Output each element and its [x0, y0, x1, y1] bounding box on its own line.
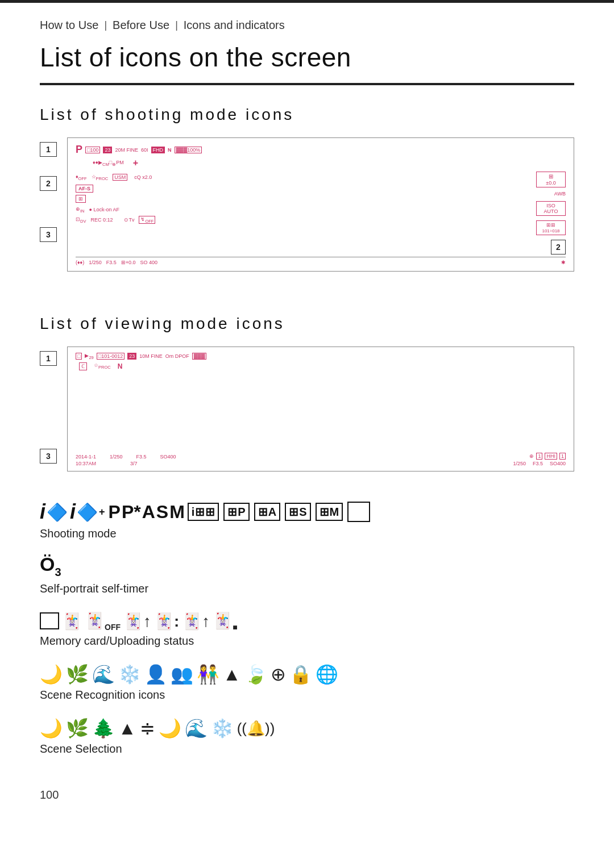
view-row-label-1: 1 — [40, 351, 57, 366]
sd-row1: P □100 23 20M FINE 60I FHD N ▓▓▓100% — [76, 144, 566, 156]
icon-item-memory: 🃏 🃏OFF 🃏↑ 🃏: 🃏↑ 🃏■ Memory card/Uploading… — [40, 611, 574, 648]
mem-card-up: 🃏↑ — [123, 612, 151, 631]
shooting-diagram-wrapper: 1 2 3 P □100 23 20M FINE 60I FHD N ▓▓▓10… — [40, 137, 574, 272]
vd-time-row: 10:37AM 3/7 — [76, 461, 176, 466]
sr-people: 👥 — [171, 663, 193, 685]
vd-icons-row: ⊕ 1 HHI 1 — [513, 453, 566, 460]
sr-tree: 🌿 — [66, 663, 89, 685]
vd-shutter: 1/250 — [513, 461, 526, 466]
mode-box-p: ⊞P — [223, 503, 249, 521]
vd-hhi: HHI — [545, 453, 557, 460]
vd-date-row: 2014-1-1 1/250 F3.5 SO400 — [76, 454, 176, 460]
breadcrumb: How to Use | Before Use | Icons and indi… — [0, 3, 614, 37]
zoom-level: cQ x2.0 — [134, 174, 152, 180]
icon-item-shooting-mode: i🔷 i🔷+ P P* A S M i⊞⊞ ⊞P ⊞A ⊞S ⊞M Shooti… — [40, 500, 574, 595]
vd-iso3: SO400 — [160, 454, 176, 460]
self-timer-label: Self-portrait self-timer — [40, 582, 574, 595]
mem-card-up2: 🃏↑ — [182, 612, 210, 631]
icon-item-scene-selection: 🌙 🌿 🌲 ▲ ≑ 🌙 🌊 ❄️ ((🔔)) Scene Selection — [40, 717, 574, 756]
scene-recognition-label: Scene Recognition icons — [40, 688, 574, 702]
ss-water: 🌊 — [185, 717, 208, 739]
i-icon2: i — [70, 500, 76, 524]
face-detect: ⊕IN — [76, 206, 85, 214]
vd-time: 10:37AM — [76, 461, 96, 466]
rec-time: REC 0:12 — [90, 217, 113, 223]
vd-bottom-right: ⊕ 1 HHI 1 1/250 F3.5 SO400 — [513, 453, 566, 466]
viewing-diagram: □ ▶29 □101-0012 23 10M FINE Om DPOF ▓▓▓ … — [67, 347, 574, 471]
timer-symbol: Ö — [40, 553, 55, 575]
breadcrumb-item-2[interactable]: Before Use — [113, 19, 169, 32]
scene-selection-icons: 🌙 🌿 🌲 ▲ ≑ 🌙 🌊 ❄️ ((🔔)) — [40, 717, 574, 739]
breadcrumb-sep-1: | — [104, 19, 107, 31]
mem-card1: 🃏 — [62, 612, 82, 631]
sr-lock: 🔒 — [289, 663, 312, 685]
sd-row3: ♦OFF ☆PROC USM cQ x2.0 — [76, 174, 155, 181]
row-label-2: 2 — [40, 176, 57, 191]
ss-snow2: ❄️ — [211, 717, 234, 739]
sr-globe: 🌐 — [316, 663, 338, 685]
vd-play-29: ▶29 — [85, 353, 93, 360]
sr-people2: 👫 — [197, 663, 219, 685]
battery-box: ▓▓▓100% — [175, 147, 202, 153]
awb-label: AWB — [554, 191, 566, 197]
vd-n-icon: N — [118, 362, 123, 370]
vd-color-icon: ☆PROC — [94, 362, 111, 370]
vd-single-box: □ — [76, 353, 82, 360]
vd-aperture3: F3.5 — [136, 454, 147, 460]
ss-triangle: ▲ — [118, 718, 136, 739]
usm-box: USM — [113, 174, 127, 181]
icons-list: i🔷 i🔷+ P P* A S M i⊞⊞ ⊞P ⊞A ⊞S ⊞M Shooti… — [0, 494, 614, 777]
sr-mountain: ▲ — [223, 664, 241, 685]
right-label-2: 2 — [551, 240, 566, 254]
vd-hdr2: 23 — [127, 353, 136, 360]
p-mode: P — [109, 502, 121, 523]
sr-moon: 🌙 — [40, 663, 63, 685]
plus-icon: + — [133, 158, 138, 168]
fps-icon: 60I — [141, 147, 148, 153]
movie-icon: ⊡DV — [76, 216, 86, 224]
ss-portrait: 🌙 — [40, 717, 63, 739]
vd-row2: ℂ ☆PROC N — [76, 362, 566, 370]
focus-lock: ✱ — [561, 260, 566, 265]
view-row-label-3: 3 — [40, 449, 57, 464]
sd-right-col: ⊞±0.0 AWB ISOAUTO ⊞⊞101÷018 2 — [530, 172, 566, 254]
sd-row-tracking: ⊕IN ● Lock-on AF — [76, 206, 155, 214]
vd-iso2: SO400 — [550, 461, 566, 466]
viewing-section-title: List of viewing mode icons — [0, 294, 614, 347]
p-star-mode: P* — [122, 502, 141, 523]
vd-shutter2: 1/250 — [110, 454, 123, 460]
sd-row-af: AF-S — [76, 185, 155, 193]
exp-comp-box: ⊞±0.0 — [536, 172, 566, 187]
a-mode: A — [142, 502, 155, 523]
row-label-1: 1 — [40, 142, 57, 157]
shooting-diagram: P □100 23 20M FINE 60I FHD N ▓▓▓100% ♦●▶… — [67, 137, 574, 272]
mode-box-m: ⊞M — [316, 503, 343, 521]
vd-page-count: 3/7 — [130, 461, 138, 466]
mem-card-colon: 🃏: — [154, 612, 179, 631]
row-label-3: 3 — [40, 227, 57, 242]
self-timer-icon: Ö3 — [40, 552, 574, 579]
sr-snow: ❄️ — [118, 663, 141, 685]
vd-aperture2: F3.5 — [533, 461, 543, 466]
shooting-mode-icons: i🔷 i🔷+ P P* A S M i⊞⊞ ⊞P ⊞A ⊞S ⊞M — [40, 500, 574, 524]
sd-bottom: (♦♦) 1/250 F3.5 ⊞+0.0 SO 400 ✱ — [76, 257, 566, 265]
mode-box-blank — [347, 502, 370, 522]
iso-box: ISOAUTO — [536, 201, 566, 216]
breadcrumb-item-1[interactable]: How to Use — [40, 19, 98, 32]
memory-label: Memory card/Uploading status — [40, 635, 574, 648]
breadcrumb-sep-2: | — [175, 19, 178, 31]
shake-icon: (♦♦) — [76, 260, 84, 265]
ss-moon2: 🌙 — [159, 717, 181, 739]
vd-bottom-values: 1/250 F3.5 SO400 — [513, 461, 566, 466]
ss-audio: ((🔔)) — [237, 720, 275, 737]
mode-box-a: ⊞A — [254, 503, 280, 521]
sr-face: 👤 — [144, 663, 167, 685]
vd-battery2: ▓▓▓ — [192, 353, 207, 360]
scene-recognition-icons: 🌙 🌿 🌊 ❄️ 👤 👥 👫 ▲ 🍃 ⊕ 🔒 🌐 — [40, 663, 574, 685]
mem-card-off: 🃏OFF — [85, 611, 121, 632]
ss-smile: 🌿 — [66, 717, 89, 739]
scene-selection-label: Scene Selection — [40, 742, 574, 756]
color-temp: ☆PROC — [92, 174, 109, 181]
af-s-box: AF-S — [76, 185, 93, 193]
vd-gps: ⊕ — [529, 453, 534, 459]
